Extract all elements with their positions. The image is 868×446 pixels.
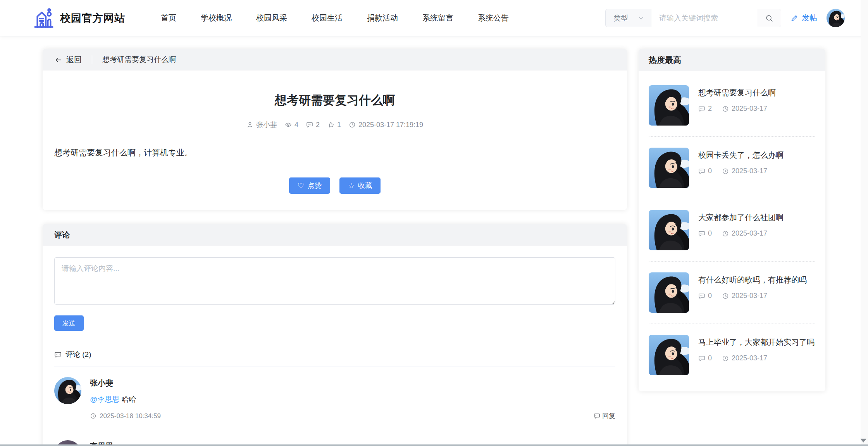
commenter-avatar[interactable] <box>54 377 81 404</box>
post-thumbnail <box>649 335 689 375</box>
hot-post-meta: 0 2025-03-17 <box>698 167 815 175</box>
eye-icon <box>285 121 292 128</box>
content-column: 返回 想考研需要复习什么啊 想考研需要复习什么啊 张小斐 4 <box>43 49 627 446</box>
thumbnail-image <box>649 272 689 313</box>
comments-section-header: 评论 <box>43 224 627 246</box>
chevron-down-icon <box>637 14 645 22</box>
sidebar-title: 热度最高 <box>649 55 681 65</box>
clock-icon <box>722 105 729 112</box>
thumbnail-image <box>649 85 689 126</box>
post-thumbnail <box>649 148 689 188</box>
avatar-image <box>54 377 81 404</box>
nav-item-school-overview[interactable]: 学校概况 <box>201 13 232 23</box>
post-author-name: 张小斐 <box>256 120 277 129</box>
back-button[interactable]: 返回 <box>54 55 82 65</box>
post-actions: ♡ 点赞 ☆ 收藏 <box>43 158 627 210</box>
mention-link[interactable]: @李思思 <box>90 395 119 403</box>
search-input[interactable] <box>651 9 757 27</box>
hot-comment-count: 0 <box>698 167 712 175</box>
comment-text: @李思思 哈哈 <box>90 394 615 405</box>
hot-posts-list: 想考研需要复习什么啊 2 2025-03-17 <box>639 71 825 391</box>
comments-body: 发送 评论 (2) 张小斐 <box>43 246 627 446</box>
like-button[interactable]: ♡ 点赞 <box>289 177 330 194</box>
comment-footer: 2025-03-18 10:34:59 回复 <box>90 412 615 420</box>
favorite-button[interactable]: ☆ 收藏 <box>339 177 381 194</box>
hot-post-item[interactable]: 马上毕业了，大家都开始实习了吗 0 2025-03-17 <box>649 324 815 386</box>
hot-post-info: 想考研需要复习什么啊 2 2025-03-17 <box>698 85 815 126</box>
send-comment-button[interactable]: 发送 <box>54 315 84 331</box>
comment-icon <box>698 230 705 237</box>
arrow-left-icon <box>54 56 62 64</box>
commenter-name: 张小斐 <box>90 378 615 388</box>
post-title: 想考研需要复习什么啊 <box>43 92 627 108</box>
comment-input[interactable] <box>54 257 615 305</box>
brand-name: 校园官方网站 <box>60 11 125 25</box>
type-select-value: 类型 <box>613 13 628 23</box>
comment-text-body: 哈哈 <box>122 395 136 403</box>
hot-post-date-value: 2025-03-17 <box>732 292 767 300</box>
hot-post-title: 有什么好听的歌吗，有推荐的吗 <box>698 274 815 286</box>
thumbnail-image <box>649 335 689 375</box>
nav-item-campus-style[interactable]: 校园风采 <box>256 13 287 23</box>
post-thumbnail <box>649 85 689 126</box>
hot-comment-count-value: 0 <box>708 229 712 238</box>
post-thumbnail <box>649 272 689 313</box>
clock-icon <box>90 413 96 419</box>
hot-post-item[interactable]: 大家都参加了什么社团啊 0 2025-03-17 <box>649 199 815 262</box>
like-count-value: 1 <box>337 121 341 129</box>
nav-item-donation[interactable]: 捐款活动 <box>367 13 398 23</box>
search-button[interactable] <box>757 9 781 27</box>
comment-item: 张小斐 @李思思 哈哈 2025-03-18 10:34:59 <box>54 367 615 430</box>
nav-item-campus-life[interactable]: 校园生活 <box>312 13 343 23</box>
hot-post-meta: 0 2025-03-17 <box>698 229 815 238</box>
post-thumbnail <box>649 210 689 250</box>
clock-icon <box>722 230 729 237</box>
post-view-count: 4 <box>285 121 298 129</box>
hot-post-title: 想考研需要复习什么啊 <box>698 87 815 99</box>
main-nav: 首页 学校概况 校园风采 校园生活 捐款活动 系统留言 系统公告 <box>161 13 509 23</box>
hot-post-title: 大家都参加了什么社团啊 <box>698 212 815 224</box>
comments-count-label: 评论 (2) <box>65 350 91 360</box>
hot-comment-count: 2 <box>698 105 712 113</box>
user-avatar[interactable] <box>827 9 845 27</box>
hot-post-date-value: 2025-03-17 <box>732 229 767 238</box>
hot-post-item[interactable]: 想考研需要复习什么啊 2 2025-03-17 <box>649 74 815 137</box>
hot-post-item[interactable]: 有什么好听的歌吗，有推荐的吗 0 2025-03-17 <box>649 262 815 324</box>
user-icon <box>246 121 253 128</box>
hot-post-item[interactable]: 校园卡丢失了，怎么办啊 0 2025-03-17 <box>649 137 815 199</box>
post-detail-card: 返回 想考研需要复习什么啊 想考研需要复习什么啊 张小斐 4 <box>43 49 627 210</box>
nav-item-home[interactable]: 首页 <box>161 13 176 23</box>
clock-icon <box>722 168 729 175</box>
hot-post-meta: 2 2025-03-17 <box>698 105 815 113</box>
favorite-button-label: 收藏 <box>358 181 372 190</box>
send-button-label: 发送 <box>62 319 76 328</box>
nav-item-messages[interactable]: 系统留言 <box>422 13 453 23</box>
type-select[interactable]: 类型 <box>606 9 651 27</box>
post-like-count: 1 <box>327 121 341 129</box>
star-icon: ☆ <box>348 182 355 189</box>
comment-content-block: 张小斐 @李思思 哈哈 2025-03-18 10:34:59 <box>90 377 615 420</box>
scroll-down-arrow-icon[interactable] <box>860 439 866 443</box>
heart-icon: ♡ <box>298 182 304 189</box>
hot-post-info: 校园卡丢失了，怎么办啊 0 2025-03-17 <box>698 148 815 188</box>
create-post-button[interactable]: 发帖 <box>790 13 817 23</box>
top-header: 校园官方网站 首页 学校概况 校园风采 校园生活 捐款活动 系统留言 系统公告 … <box>0 0 868 36</box>
comment-icon <box>306 121 313 128</box>
comments-section-title: 评论 <box>54 230 70 240</box>
nav-item-announcements[interactable]: 系统公告 <box>478 13 509 23</box>
breadcrumb-divider <box>92 55 92 64</box>
campus-building-icon <box>33 7 55 29</box>
reply-comment-icon <box>594 413 600 419</box>
vertical-scrollbar[interactable] <box>861 0 868 446</box>
thumbnail-image <box>649 210 689 250</box>
brand-logo[interactable]: 校园官方网站 <box>33 7 125 29</box>
hot-comment-count-value: 0 <box>708 167 712 175</box>
reply-button[interactable]: 回复 <box>594 412 615 420</box>
clock-icon <box>349 121 356 128</box>
hot-comment-count-value: 2 <box>708 105 712 113</box>
comment-icon <box>698 168 705 175</box>
comments-count-heading: 评论 (2) <box>54 350 615 367</box>
hot-post-date: 2025-03-17 <box>722 167 767 175</box>
comment-icon <box>698 293 705 300</box>
horizontal-scrollbar[interactable] <box>0 444 868 446</box>
